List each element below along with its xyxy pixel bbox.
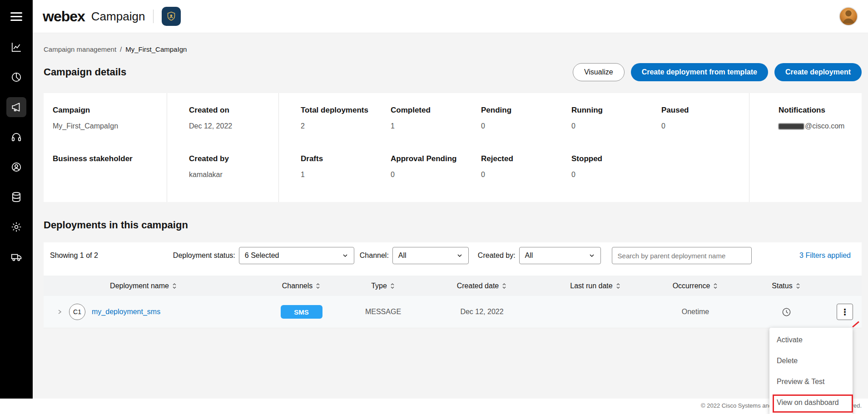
details-col-running: Running0 Stopped0 bbox=[550, 93, 640, 202]
notifications-email: @cisco.com bbox=[779, 122, 862, 131]
type-cell: MESSAGE bbox=[359, 308, 407, 316]
sort-icon bbox=[713, 282, 718, 290]
field-label: Notifications bbox=[779, 106, 862, 115]
table-header: Deployment name Channels Type Created da… bbox=[44, 276, 862, 296]
brand: webex Campaign bbox=[43, 7, 181, 26]
breadcrumb-campaign-management[interactable]: Campaign management bbox=[44, 45, 116, 53]
field-value: 2 bbox=[301, 122, 369, 131]
column-header-type[interactable]: Type bbox=[359, 282, 407, 290]
field-value: 0 bbox=[481, 171, 550, 179]
channel-select[interactable]: All bbox=[392, 247, 469, 264]
main-content: Campaign management/My_First_CampaIgn Ca… bbox=[33, 33, 868, 399]
field-value bbox=[53, 171, 167, 179]
status-cell bbox=[757, 307, 816, 317]
sidebar-item-analytics[interactable] bbox=[6, 37, 26, 57]
breadcrumb: Campaign management/My_First_CampaIgn bbox=[44, 45, 862, 54]
menu-item-preview-test[interactable]: Preview & Test bbox=[769, 371, 853, 392]
deployment-name-link[interactable]: my_deployment_sms bbox=[92, 308, 160, 316]
created-date-cell: Dec 12, 2022 bbox=[407, 308, 557, 316]
filter-bar: Showing 1 of 2 Deployment status: 6 Sele… bbox=[44, 242, 862, 269]
row-actions-cell: ⋮ bbox=[816, 304, 862, 320]
hamburger-menu-icon[interactable] bbox=[0, 0, 33, 33]
search-input[interactable] bbox=[612, 247, 752, 264]
column-header-deployment-name[interactable]: Deployment name bbox=[44, 282, 243, 290]
page-title: Campaign details bbox=[44, 66, 126, 78]
showing-count: Showing 1 of 2 bbox=[50, 251, 98, 260]
redaction-block bbox=[779, 123, 804, 129]
menu-item-view-on-dashboard[interactable]: View on dashboard bbox=[769, 392, 853, 413]
webex-logo: webex bbox=[43, 8, 85, 25]
sidebar-item-contacts[interactable] bbox=[6, 157, 26, 177]
headset-icon bbox=[10, 131, 22, 143]
deployment-status-label: Deployment status: bbox=[173, 251, 235, 260]
status-pending-clock-icon bbox=[781, 307, 792, 317]
channels-cell: SMS bbox=[243, 305, 359, 319]
column-header-occurrence[interactable]: Occurrence bbox=[634, 282, 757, 290]
sidebar-item-settings[interactable] bbox=[6, 217, 26, 237]
sort-icon bbox=[315, 282, 321, 290]
title-actions: Visualize Create deployment from templat… bbox=[573, 63, 862, 81]
pie-chart-icon bbox=[10, 71, 22, 83]
field-label: Running bbox=[571, 106, 640, 115]
field-label: Approval Pending bbox=[391, 154, 459, 163]
field-value: 0 bbox=[571, 171, 640, 179]
campaign-details-card: CampaignMy_First_CampaIgn Business stake… bbox=[44, 93, 862, 202]
sidebar-item-campaigns[interactable] bbox=[6, 97, 26, 117]
field-value: 1 bbox=[301, 171, 369, 179]
column-header-last-run-date[interactable]: Last run date bbox=[557, 282, 634, 290]
deployment-name-cell: C1 my_deployment_sms bbox=[44, 304, 243, 320]
user-avatar[interactable] bbox=[839, 7, 858, 26]
campaign-megaphone-icon bbox=[10, 101, 22, 113]
row-context-menu: Activate Delete Preview & Test View on d… bbox=[769, 328, 853, 414]
field-label: Rejected bbox=[481, 154, 550, 163]
menu-item-activate[interactable]: Activate bbox=[769, 330, 853, 350]
menu-item-delete[interactable]: Delete bbox=[769, 350, 853, 371]
created-by-label: Created by: bbox=[478, 251, 516, 260]
product-name: Campaign bbox=[91, 10, 145, 24]
field-value: 0 bbox=[571, 122, 640, 131]
field-value: Dec 12, 2022 bbox=[189, 122, 278, 131]
title-row: Campaign details Visualize Create deploy… bbox=[44, 63, 862, 81]
campaign-shield-icon bbox=[162, 7, 181, 26]
sort-icon bbox=[795, 282, 801, 290]
column-header-created-date[interactable]: Created date bbox=[407, 282, 557, 290]
sidebar-item-reports[interactable] bbox=[6, 67, 26, 87]
kebab-menu-button[interactable]: ⋮ bbox=[837, 304, 853, 320]
details-col-completed: Completed1 Approval Pending0 bbox=[369, 93, 459, 202]
deployments-section-title: Deployments in this campaign bbox=[44, 219, 862, 231]
field-label: Paused bbox=[661, 106, 749, 115]
sidebar bbox=[0, 0, 33, 399]
field-label: Business stakeholder bbox=[53, 154, 167, 163]
visualize-button[interactable]: Visualize bbox=[573, 63, 625, 81]
table-row: C1 my_deployment_sms SMS MESSAGE Dec 12,… bbox=[44, 296, 862, 328]
filters-applied-link[interactable]: 3 Filters applied bbox=[799, 251, 855, 260]
sort-icon bbox=[172, 282, 177, 290]
chevron-down-icon bbox=[342, 252, 348, 259]
sidebar-item-delivery[interactable] bbox=[6, 247, 26, 267]
chevron-down-icon bbox=[456, 252, 463, 259]
field-label: Drafts bbox=[301, 154, 369, 163]
sort-icon bbox=[501, 282, 507, 290]
sidebar-item-data[interactable] bbox=[6, 187, 26, 207]
column-header-status[interactable]: Status bbox=[757, 282, 816, 290]
expand-chevron-icon[interactable] bbox=[56, 309, 63, 315]
vehicle-icon bbox=[10, 251, 22, 263]
sidebar-item-support[interactable] bbox=[6, 127, 26, 147]
user-circle-icon bbox=[10, 161, 22, 173]
field-label: Campaign bbox=[53, 106, 167, 115]
deployment-status-select[interactable]: 6 Selected bbox=[239, 247, 354, 264]
field-value: 0 bbox=[481, 122, 550, 131]
column-header-channels[interactable]: Channels bbox=[243, 282, 359, 290]
details-col-pending: Pending0 Rejected0 bbox=[459, 93, 550, 202]
sms-channel-badge: SMS bbox=[281, 305, 322, 319]
create-deployment-from-template-button[interactable]: Create deployment from template bbox=[631, 63, 768, 81]
create-deployment-button[interactable]: Create deployment bbox=[774, 63, 862, 81]
top-header: webex Campaign bbox=[33, 0, 868, 33]
deployments-table-card: Showing 1 of 2 Deployment status: 6 Sele… bbox=[44, 242, 862, 328]
details-col-totals: Total deployments2 Drafts1 bbox=[279, 93, 369, 202]
sidebar-nav bbox=[6, 33, 26, 267]
created-by-select[interactable]: All bbox=[519, 247, 601, 264]
chevron-down-icon bbox=[589, 252, 595, 259]
filter-table-spacer bbox=[44, 269, 862, 276]
details-col-created: Created onDec 12, 2022 Created bykamalak… bbox=[167, 93, 279, 202]
